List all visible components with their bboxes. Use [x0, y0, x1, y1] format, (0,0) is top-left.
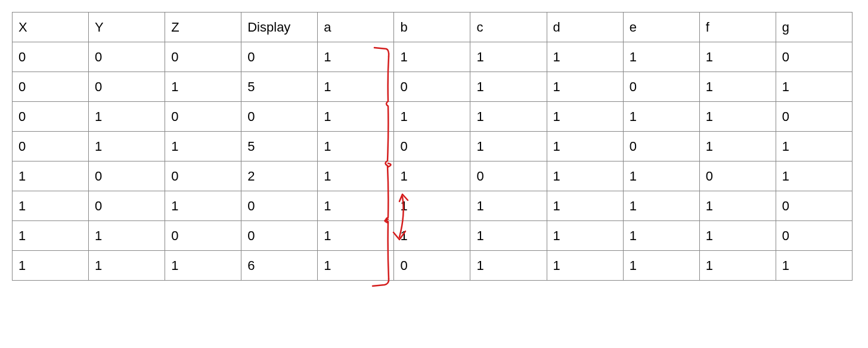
cell: 1	[318, 72, 394, 102]
header-cell: b	[394, 13, 470, 42]
cell: 1	[776, 161, 852, 191]
table-head: X Y Z Display a b c d e f g	[13, 13, 852, 42]
cell: 1	[89, 251, 165, 281]
cell: 1	[699, 42, 776, 72]
cell: 0	[89, 42, 165, 72]
cell: 1	[470, 102, 547, 132]
cell: 1	[547, 42, 623, 72]
cell: 1	[547, 221, 623, 251]
cell: 0	[623, 72, 699, 102]
header-cell: f	[699, 13, 776, 42]
header-cell: X	[13, 13, 89, 42]
cell: 0	[165, 42, 241, 72]
cell: 1	[394, 42, 470, 72]
cell: 1	[699, 191, 776, 221]
cell: 1	[699, 72, 776, 102]
cell: 1	[89, 221, 165, 251]
header-cell: e	[623, 13, 699, 42]
cell: 0	[165, 221, 241, 251]
cell: 1	[623, 221, 699, 251]
cell: 1	[470, 42, 547, 72]
cell: 0	[13, 72, 89, 102]
table-row: 0 1 1 5 1 0 1 1 0 1 1	[13, 132, 852, 161]
cell: 0	[394, 72, 470, 102]
cell: 5	[241, 72, 318, 102]
cell: 1	[13, 251, 89, 281]
truth-table: X Y Z Display a b c d e f g 0 0 0 0 1 1	[12, 12, 852, 281]
cell: 1	[547, 132, 623, 161]
cell: 1	[623, 102, 699, 132]
cell: 1	[470, 251, 547, 281]
cell: 1	[13, 161, 89, 191]
cell: 1	[165, 251, 241, 281]
header-cell: Display	[241, 13, 318, 42]
cell: 0	[776, 191, 852, 221]
cell: 0	[699, 161, 776, 191]
cell: 1	[547, 72, 623, 102]
cell: 6	[241, 251, 318, 281]
cell: 1	[318, 161, 394, 191]
cell: 0	[394, 132, 470, 161]
cell: 2	[241, 161, 318, 191]
cell: 0	[13, 132, 89, 161]
cell: 1	[470, 221, 547, 251]
table-row: 0 0 0 0 1 1 1 1 1 1 0	[13, 42, 852, 72]
cell: 1	[394, 102, 470, 132]
cell: 1	[470, 132, 547, 161]
table-row: 1 0 0 2 1 1 0 1 1 0 1	[13, 161, 852, 191]
cell: 1	[776, 251, 852, 281]
cell: 1	[394, 221, 470, 251]
cell: 0	[241, 221, 318, 251]
header-cell: d	[547, 13, 623, 42]
cell: 1	[547, 161, 623, 191]
cell: 0	[241, 191, 318, 221]
cell: 1	[318, 191, 394, 221]
cell: 1	[699, 102, 776, 132]
cell: 1	[318, 221, 394, 251]
cell: 1	[165, 191, 241, 221]
cell: 0	[241, 102, 318, 132]
cell: 1	[13, 191, 89, 221]
table-row: 0 1 0 0 1 1 1 1 1 1 0	[13, 102, 852, 132]
cell: 1	[623, 191, 699, 221]
cell: 0	[776, 221, 852, 251]
cell: 1	[699, 132, 776, 161]
cell: 1	[318, 251, 394, 281]
cell: 1	[89, 102, 165, 132]
table-row: 1 0 1 0 1 1 1 1 1 1 0	[13, 191, 852, 221]
cell: 1	[547, 191, 623, 221]
table-row: 1 1 0 0 1 1 1 1 1 1 0	[13, 221, 852, 251]
cell: 0	[776, 102, 852, 132]
header-cell: c	[470, 13, 547, 42]
table-wrapper: X Y Z Display a b c d e f g 0 0 0 0 1 1	[12, 12, 856, 281]
cell: 1	[318, 102, 394, 132]
cell: 1	[89, 132, 165, 161]
cell: 1	[776, 72, 852, 102]
cell: 0	[13, 102, 89, 132]
cell: 1	[699, 251, 776, 281]
cell: 1	[165, 72, 241, 102]
cell: 1	[394, 161, 470, 191]
cell: 0	[623, 132, 699, 161]
cell: 1	[623, 161, 699, 191]
cell: 1	[318, 42, 394, 72]
cell: 0	[13, 42, 89, 72]
cell: 1	[470, 72, 547, 102]
cell: 0	[165, 161, 241, 191]
header-cell: g	[776, 13, 852, 42]
table-body: 0 0 0 0 1 1 1 1 1 1 0 0 0 1 5 1 0 1 1	[13, 42, 852, 281]
header-row: X Y Z Display a b c d e f g	[13, 13, 852, 42]
cell: 1	[623, 42, 699, 72]
cell: 1	[13, 221, 89, 251]
cell: 0	[89, 72, 165, 102]
table-row: 1 1 1 6 1 0 1 1 1 1 1	[13, 251, 852, 281]
cell: 0	[470, 161, 547, 191]
cell: 1	[547, 251, 623, 281]
header-cell: a	[318, 13, 394, 42]
cell: 0	[776, 42, 852, 72]
table-row: 0 0 1 5 1 0 1 1 0 1 1	[13, 72, 852, 102]
cell: 5	[241, 132, 318, 161]
cell: 1	[394, 191, 470, 221]
cell: 1	[470, 191, 547, 221]
cell: 1	[318, 132, 394, 161]
